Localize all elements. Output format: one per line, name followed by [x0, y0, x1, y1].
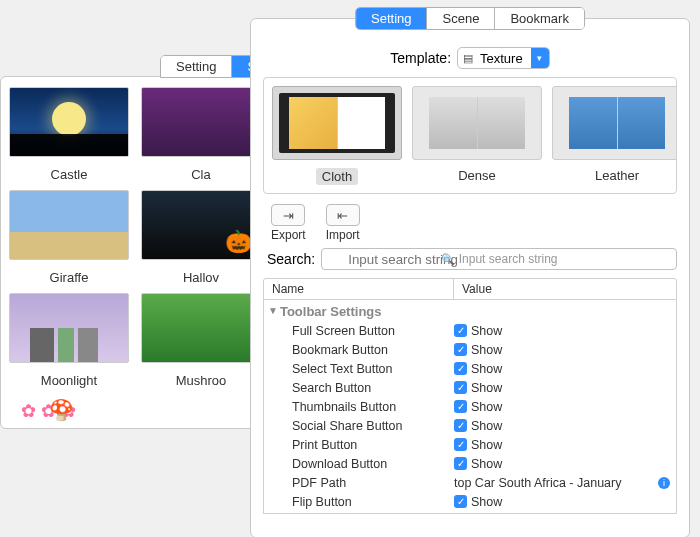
template-list: Cloth Dense Leather — [263, 77, 677, 194]
checkbox-checked-icon[interactable]: ✓ — [454, 343, 467, 356]
checkbox-checked-icon[interactable]: ✓ — [454, 495, 467, 508]
settings-row[interactable]: Print Button✓Show — [264, 435, 676, 454]
col-name[interactable]: Name — [264, 279, 454, 299]
setting-value-text: Show — [471, 495, 502, 509]
setting-value[interactable]: ✓Show — [454, 495, 676, 509]
import-button[interactable]: ⇤ Import — [326, 204, 360, 242]
search-input[interactable] — [321, 248, 677, 270]
settings-table-header: Name Value — [263, 278, 677, 300]
checkbox-checked-icon[interactable]: ✓ — [454, 362, 467, 375]
setting-value[interactable]: ✓Show — [454, 362, 676, 376]
setting-name: Bookmark Button — [264, 343, 454, 357]
template-thumb-leather — [552, 86, 677, 160]
setting-value-text: Show — [471, 457, 502, 471]
tab-setting[interactable]: Setting — [356, 8, 427, 29]
template-label: Leather — [552, 168, 677, 183]
setting-name: PDF Path — [264, 476, 454, 490]
settings-row[interactable]: Bookmark Button✓Show — [264, 340, 676, 359]
template-select-icon: ▤ — [458, 52, 478, 65]
settings-row[interactable]: iPDF Pathtop Car South Africa - January — [264, 473, 676, 492]
scene-label: Giraffe — [9, 270, 129, 285]
group-toolbar-settings[interactable]: ▼ Toolbar Settings — [264, 302, 676, 321]
tab-bookmark[interactable]: Bookmark — [495, 8, 584, 29]
checkbox-checked-icon[interactable]: ✓ — [454, 381, 467, 394]
template-label: Cloth — [316, 168, 358, 185]
setting-value[interactable]: ✓Show — [454, 457, 676, 471]
setting-value-text: Show — [471, 438, 502, 452]
disclosure-triangle-icon: ▼ — [268, 305, 278, 316]
setting-value[interactable]: ✓Show — [454, 400, 676, 414]
scene-item-halloween[interactable]: Hallov — [141, 190, 261, 285]
import-icon: ⇤ — [326, 204, 360, 226]
export-icon: ⇥ — [271, 204, 305, 226]
setting-name: Thumbnails Button — [264, 400, 454, 414]
export-label: Export — [271, 228, 306, 242]
template-thumb-dense — [412, 86, 542, 160]
scene-item-classic[interactable]: Cla — [141, 87, 261, 182]
template-label: Template: — [390, 50, 451, 66]
scene-label: Mushroo — [141, 373, 261, 388]
settings-row[interactable]: Social Share Button✓Show — [264, 416, 676, 435]
template-row: Template: ▤ Texture ▾ — [263, 47, 677, 69]
checkbox-checked-icon[interactable]: ✓ — [454, 400, 467, 413]
setting-name: Search Button — [264, 381, 454, 395]
scene-thumb-moonlight — [9, 293, 129, 363]
checkbox-checked-icon[interactable]: ✓ — [454, 324, 467, 337]
setting-value[interactable]: ✓Show — [454, 419, 676, 433]
group-title: Toolbar Settings — [280, 304, 382, 319]
template-item-dense[interactable]: Dense — [412, 86, 542, 185]
scene-label: Cla — [141, 167, 261, 182]
template-item-cloth[interactable]: Cloth — [272, 86, 402, 185]
template-thumb-cloth — [272, 86, 402, 160]
back-tab-setting[interactable]: Setting — [161, 56, 232, 77]
scene-label: Hallov — [141, 270, 261, 285]
export-import-row: ⇥ Export ⇤ Import — [271, 204, 677, 242]
setting-value-text: Show — [471, 324, 502, 338]
setting-value-text: Show — [471, 362, 502, 376]
scene-item-castle[interactable]: Castle — [9, 87, 129, 182]
setting-value[interactable]: ✓Show — [454, 381, 676, 395]
settings-row[interactable]: Select Text Button✓Show — [264, 359, 676, 378]
scene-item-mushroom[interactable]: Mushroo — [141, 293, 261, 388]
col-value[interactable]: Value — [454, 279, 676, 299]
import-label: Import — [326, 228, 360, 242]
setting-value[interactable]: top Car South Africa - January — [454, 476, 676, 490]
setting-name: Print Button — [264, 438, 454, 452]
setting-value[interactable]: ✓Show — [454, 438, 676, 452]
tab-scene[interactable]: Scene — [428, 8, 496, 29]
search-label: Search: — [267, 251, 315, 267]
setting-value[interactable]: ✓Show — [454, 343, 676, 357]
setting-name: Social Share Button — [264, 419, 454, 433]
settings-table-body: ▼ Toolbar Settings Full Screen Button✓Sh… — [263, 300, 677, 514]
front-window-tabs: Setting Scene Bookmark — [355, 7, 585, 30]
scene-thumb-classic — [141, 87, 261, 157]
template-select-value: Texture — [478, 51, 531, 66]
settings-row[interactable]: Download Button✓Show — [264, 454, 676, 473]
setting-name: Full Screen Button — [264, 324, 454, 338]
setting-name: Select Text Button — [264, 362, 454, 376]
template-label: Dense — [412, 168, 542, 183]
template-item-leather[interactable]: Leather — [552, 86, 677, 185]
info-icon[interactable]: i — [658, 477, 670, 489]
setting-value-text: Show — [471, 419, 502, 433]
checkbox-checked-icon[interactable]: ✓ — [454, 438, 467, 451]
template-select[interactable]: ▤ Texture ▾ — [457, 47, 550, 69]
scene-item-giraffe[interactable]: Giraffe — [9, 190, 129, 285]
settings-row[interactable]: Flip Button✓Show — [264, 492, 676, 511]
settings-row[interactable]: Thumbnails Button✓Show — [264, 397, 676, 416]
scene-thumb-mushroom — [141, 293, 261, 363]
scene-thumb-castle — [9, 87, 129, 157]
search-row: Search: 🔍 Input search string — [267, 248, 677, 270]
setting-value[interactable]: ✓Show — [454, 324, 676, 338]
settings-row[interactable]: Full Screen Button✓Show — [264, 321, 676, 340]
scene-label: Castle — [9, 167, 129, 182]
checkbox-checked-icon[interactable]: ✓ — [454, 419, 467, 432]
scene-item-moonlight[interactable]: Moonlight — [9, 293, 129, 388]
export-button[interactable]: ⇥ Export — [271, 204, 306, 242]
back-window: Castle Cla Giraffe Hallov Moonlight Mush… — [0, 76, 280, 429]
scene-label: Moonlight — [9, 373, 129, 388]
settings-row[interactable]: Search Button✓Show — [264, 378, 676, 397]
front-window: Setting Scene Bookmark Template: ▤ Textu… — [250, 18, 690, 537]
checkbox-checked-icon[interactable]: ✓ — [454, 457, 467, 470]
setting-name: Flip Button — [264, 495, 454, 509]
